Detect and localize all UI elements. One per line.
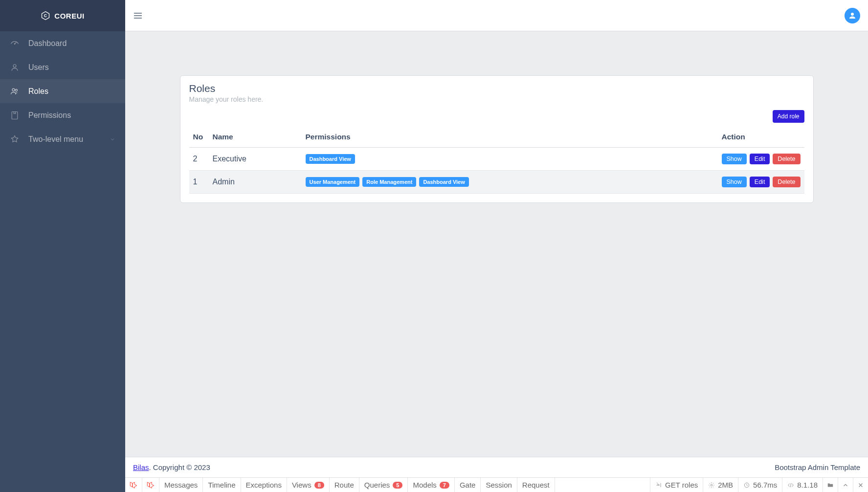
debug-tab-request[interactable]: Request xyxy=(517,478,555,492)
sidebar-item-label: Users xyxy=(28,63,115,72)
edit-button[interactable]: Edit xyxy=(750,154,770,164)
brand[interactable]: C COREUI xyxy=(0,0,125,31)
cell-name: Admin xyxy=(209,171,302,194)
sidebar-item-users[interactable]: Users xyxy=(0,55,125,79)
debug-pill: 5 xyxy=(393,482,402,489)
sidebar-item-roles[interactable]: Roles xyxy=(0,79,125,103)
sidebar-item-label: Permissions xyxy=(28,111,115,120)
clock-icon xyxy=(743,482,750,489)
sidebar-item-dashboard[interactable]: Dashboard xyxy=(0,31,125,55)
permission-badge: User Management xyxy=(306,177,360,187)
svg-point-8 xyxy=(711,484,712,486)
footer-link[interactable]: Bilas xyxy=(133,463,149,471)
debug-tab-session[interactable]: Session xyxy=(481,478,517,492)
brand-text: COREUI xyxy=(54,12,84,20)
brand-hex-icon: C xyxy=(41,11,50,21)
debug-tab-exceptions[interactable]: Exceptions xyxy=(241,478,287,492)
sidebar-item-label: Dashboard xyxy=(28,39,115,48)
cell-permissions: User ManagementRole ManagementDashboard … xyxy=(302,171,718,194)
nav-icon-3 xyxy=(10,111,20,120)
debug-tab-queries[interactable]: Queries 5 xyxy=(359,478,408,492)
sidebar-item-two-level-menu[interactable]: Two-level menu xyxy=(0,127,125,151)
share-icon xyxy=(655,482,662,489)
debug-folder[interactable] xyxy=(823,478,838,492)
cell-permissions: Dashboard View xyxy=(302,148,718,171)
debug-tab-timeline[interactable]: Timeline xyxy=(203,478,241,492)
cell-name: Executive xyxy=(209,148,302,171)
svg-point-4 xyxy=(12,89,15,91)
debugbar-laravel-icon-1[interactable] xyxy=(125,478,142,492)
debug-tab-messages[interactable]: Messages xyxy=(159,478,203,492)
chevron-down-icon xyxy=(110,136,115,142)
th-no: No xyxy=(189,127,209,148)
sidebar: C COREUI DashboardUsersRolesPermissionsT… xyxy=(0,0,125,492)
debug-collapse[interactable] xyxy=(838,478,853,492)
avatar-icon xyxy=(848,11,857,20)
debugbar-laravel-icon-2[interactable] xyxy=(142,478,159,492)
delete-button[interactable]: Delete xyxy=(773,154,800,164)
debug-pill: 7 xyxy=(440,482,449,489)
nav-icon-4 xyxy=(10,134,20,144)
close-icon xyxy=(857,482,864,489)
debug-version[interactable]: 8.1.18 xyxy=(782,478,823,492)
debug-time[interactable]: 56.7ms xyxy=(738,478,782,492)
footer-text: . Copyright © 2023 xyxy=(149,463,210,471)
sidebar-item-label: Two-level menu xyxy=(28,135,101,144)
gear-icon xyxy=(708,482,715,489)
debug-close[interactable] xyxy=(853,478,868,492)
edit-button[interactable]: Edit xyxy=(750,177,770,187)
cell-no: 2 xyxy=(189,148,209,171)
chevron-up-icon xyxy=(842,482,849,489)
folder-icon xyxy=(827,482,834,489)
nav-icon-2 xyxy=(10,87,20,96)
sidebar-item-permissions[interactable]: Permissions xyxy=(0,103,125,127)
show-button[interactable]: Show xyxy=(722,177,747,187)
th-name: Name xyxy=(209,127,302,148)
debug-memory[interactable]: 2MB xyxy=(703,478,738,492)
page-title: Roles xyxy=(189,83,804,94)
code-icon xyxy=(787,482,794,489)
topbar xyxy=(125,0,868,31)
nav-icon-1 xyxy=(10,63,20,72)
footer-right: Bootstrap Admin Template xyxy=(775,463,860,471)
debug-tab-models[interactable]: Models 7 xyxy=(408,478,454,492)
th-permissions: Permissions xyxy=(302,127,718,148)
svg-point-5 xyxy=(15,89,17,91)
roles-card: Roles Manage your roles here. Add role N… xyxy=(180,75,814,203)
menu-toggle-icon[interactable] xyxy=(133,11,143,21)
svg-text:C: C xyxy=(44,13,47,18)
user-avatar[interactable] xyxy=(845,8,860,23)
permission-badge: Role Management xyxy=(362,177,416,187)
svg-point-7 xyxy=(851,13,854,16)
nav-icon-0 xyxy=(10,39,20,48)
delete-button[interactable]: Delete xyxy=(773,177,800,187)
debug-request[interactable]: GET roles xyxy=(650,478,703,492)
th-action: Action xyxy=(718,127,804,148)
debug-tab-gate[interactable]: Gate xyxy=(455,478,481,492)
table-row: 1AdminUser ManagementRole ManagementDash… xyxy=(189,171,804,194)
roles-table: No Name Permissions Action 2ExecutiveDas… xyxy=(189,127,804,194)
show-button[interactable]: Show xyxy=(722,154,747,164)
add-role-button[interactable]: Add role xyxy=(773,110,804,123)
svg-point-3 xyxy=(13,64,16,67)
debugbar: MessagesTimelineExceptionsViews 8RouteQu… xyxy=(125,477,868,492)
cell-no: 1 xyxy=(189,171,209,194)
debug-tab-views[interactable]: Views 8 xyxy=(287,478,330,492)
sidebar-item-label: Roles xyxy=(28,87,115,96)
debug-tab-route[interactable]: Route xyxy=(330,478,359,492)
table-row: 2ExecutiveDashboard ViewShowEditDelete xyxy=(189,148,804,171)
debug-pill: 8 xyxy=(314,482,324,489)
page-subtitle: Manage your roles here. xyxy=(189,95,804,103)
svg-rect-6 xyxy=(12,112,18,119)
permission-badge: Dashboard View xyxy=(306,154,355,164)
footer: Bilas. Copyright © 2023 Bootstrap Admin … xyxy=(125,457,868,477)
permission-badge: Dashboard View xyxy=(419,177,468,187)
